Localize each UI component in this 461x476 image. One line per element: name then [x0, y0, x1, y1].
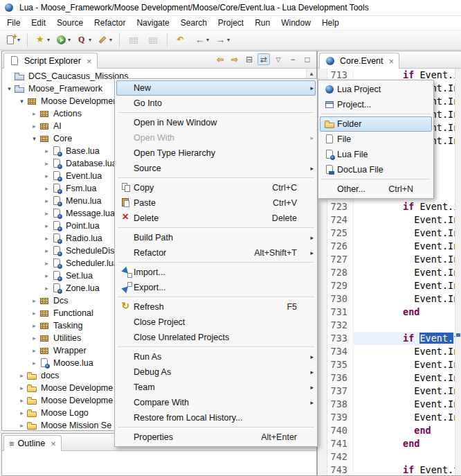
- tab-core-event[interactable]: Core.Event ×: [319, 53, 399, 69]
- menu-item-paste[interactable]: PasteCtrl+V: [116, 195, 316, 211]
- code-line-730[interactable]: 730 Event.IniObjectCategory = Object.Cat…: [327, 292, 455, 306]
- menu-item-project[interactable]: Project...: [320, 97, 432, 112]
- dropdown-caret-icon[interactable]: ▾: [227, 37, 230, 43]
- menu-item-close-unrelated-projects[interactable]: Close Unrelated Projects: [116, 330, 316, 345]
- menu-item-delete[interactable]: DeleteDelete: [116, 211, 316, 226]
- menu-edit[interactable]: Edit: [26, 17, 51, 29]
- back-history-icon[interactable]: ⇦: [214, 53, 226, 65]
- code-line-731[interactable]: 731 end: [327, 306, 455, 319]
- code-line-725[interactable]: 725 Event.IniDCSUnitName = Event.IniDCSU…: [327, 227, 455, 240]
- code-line-736[interactable]: 736 Event.IniUnitName = Event.IniDCSUnit…: [327, 371, 455, 385]
- code-line-741[interactable]: 741 end: [327, 437, 455, 450]
- expand-arrow-icon[interactable]: ▸: [42, 173, 51, 179]
- code-line-727[interactable]: 727 Event.IniUnit = UNIT:FindByName( Eve…: [327, 253, 455, 266]
- view-menu-icon[interactable]: ▽: [272, 53, 284, 65]
- code-line-724[interactable]: 724 Event.IniDCSUnit = Event.initiator: [327, 213, 455, 227]
- code-line-733[interactable]: 733 if Event.target then: [327, 332, 455, 345]
- expand-arrow-icon[interactable]: ▸: [42, 260, 51, 267]
- expand-arrow-icon[interactable]: ▸: [42, 160, 51, 167]
- menu-item-compare-with[interactable]: Compare With▸: [116, 395, 316, 410]
- menu-refactor[interactable]: Refactor: [89, 17, 131, 29]
- code-line-740[interactable]: 740 end: [327, 424, 455, 437]
- dropdown-caret-icon[interactable]: ▾: [206, 37, 209, 43]
- menu-item-file[interactable]: File: [320, 132, 432, 147]
- back-button[interactable]: ▾: [192, 32, 211, 48]
- expand-arrow-icon[interactable]: ▸: [30, 110, 39, 117]
- code-line-743[interactable]: 743 if Event.target then: [327, 464, 455, 475]
- tab-script-explorer[interactable]: Script Explorer ×: [3, 53, 98, 69]
- menu-help[interactable]: Help: [316, 17, 345, 29]
- expand-arrow-icon[interactable]: ▸: [42, 247, 51, 254]
- new-wizard-button[interactable]: ▾: [3, 32, 22, 48]
- menu-item-build-path[interactable]: Build Path▸: [116, 230, 316, 245]
- menu-item-open-type-hierarchy[interactable]: Open Type Hierarchy: [116, 146, 316, 161]
- dropdown-caret-icon[interactable]: ▾: [17, 37, 20, 43]
- collapse-all-icon[interactable]: ⊟: [243, 53, 255, 65]
- menu-item-refactor[interactable]: RefactorAlt+Shift+T▸: [116, 245, 316, 261]
- expand-arrow-icon[interactable]: ▸: [17, 372, 26, 379]
- menu-window[interactable]: Window: [275, 17, 316, 29]
- close-icon[interactable]: ×: [87, 57, 92, 66]
- overview-ruler[interactable]: [455, 69, 461, 475]
- expand-arrow-icon[interactable]: ▸: [17, 385, 26, 391]
- scroll-up-icon[interactable]: ▲: [307, 69, 316, 79]
- code-line-742[interactable]: 742: [327, 450, 455, 464]
- menu-item-lua-file[interactable]: Lua File: [320, 147, 432, 162]
- code-line-737[interactable]: 737 Event.IniUnit = UNIT:FindByName( Eve…: [327, 385, 455, 398]
- code-line-735[interactable]: 735 Event.IniDCSUnitName = Event.IniDCSU…: [327, 358, 455, 371]
- close-icon[interactable]: ×: [51, 439, 56, 448]
- menu-item-folder[interactable]: Folder: [320, 116, 432, 132]
- expand-arrow-icon[interactable]: ▸: [42, 285, 51, 292]
- menu-project[interactable]: Project: [213, 17, 249, 29]
- expand-arrow-icon[interactable]: ▸: [42, 235, 51, 242]
- menu-item-go-into[interactable]: Go Into: [116, 96, 316, 111]
- expand-arrow-icon[interactable]: ▸: [17, 409, 26, 416]
- expand-arrow-icon[interactable]: ▸: [42, 210, 51, 217]
- menu-run[interactable]: Run: [249, 17, 275, 29]
- dropdown-caret-icon[interactable]: ▾: [109, 37, 112, 43]
- code-line-726[interactable]: 726 Event.IniUnitName = Event.IniDCSUnit…: [327, 240, 455, 253]
- dropdown-caret-icon[interactable]: ▾: [47, 37, 50, 43]
- expand-arrow-icon[interactable]: ▸: [42, 185, 51, 192]
- expand-arrow-icon[interactable]: ▸: [42, 222, 51, 229]
- code-line-732[interactable]: 732: [327, 319, 455, 332]
- code-line-738[interactable]: 738 Event.IniDCSGroup = Event.IniDCSUnit…: [327, 398, 455, 411]
- minimize-icon[interactable]: −: [287, 53, 299, 65]
- menu-item-doclua-file[interactable]: DocLua File: [320, 162, 432, 177]
- maximize-icon[interactable]: □: [301, 53, 314, 65]
- menu-item-export[interactable]: Export...: [116, 280, 316, 295]
- menu-item-team[interactable]: Team▸: [116, 380, 316, 395]
- code-line-723[interactable]: 723 if Event.initiator then: [327, 200, 455, 213]
- expand-arrow-icon[interactable]: ▸: [30, 322, 39, 329]
- forward-button[interactable]: ▾: [213, 32, 232, 48]
- expand-arrow-icon[interactable]: ▸: [42, 148, 51, 155]
- link-with-editor-icon[interactable]: ⇄: [257, 53, 270, 65]
- menu-item-lua-project[interactable]: Lua Project: [320, 82, 432, 97]
- expand-arrow-icon[interactable]: ▸: [42, 197, 51, 204]
- profile-button[interactable]: ▾: [74, 32, 93, 48]
- expand-arrow-icon[interactable]: ▸: [30, 347, 39, 354]
- expand-arrow-icon[interactable]: ▾: [30, 135, 39, 142]
- menu-search[interactable]: Search: [175, 17, 213, 29]
- menu-source[interactable]: Source: [51, 17, 89, 29]
- menu-item-import[interactable]: Import...: [116, 265, 316, 280]
- expand-arrow-icon[interactable]: ▾: [17, 98, 26, 105]
- expand-arrow-icon[interactable]: ▾: [5, 85, 14, 92]
- close-icon[interactable]: ×: [389, 57, 395, 66]
- last-edit-location-button[interactable]: [172, 32, 190, 48]
- menu-item-source[interactable]: Source▸: [116, 161, 316, 176]
- run-button[interactable]: ▾: [53, 32, 73, 48]
- menu-item-copy[interactable]: CopyCtrl+C: [116, 180, 316, 195]
- menu-navigate[interactable]: Navigate: [131, 17, 174, 29]
- forward-history-icon[interactable]: ⇨: [228, 53, 241, 65]
- expand-arrow-icon[interactable]: ▸: [30, 310, 39, 317]
- expand-arrow-icon[interactable]: ▸: [17, 397, 26, 404]
- dropdown-caret-icon[interactable]: ▾: [68, 37, 71, 43]
- code-line-729[interactable]: 729 Event.IniDCSGroupName = Event.IniDCS…: [327, 279, 455, 292]
- debug-button[interactable]: ▾: [33, 32, 52, 48]
- tab-outline[interactable]: ≡ Outline ×: [3, 435, 62, 451]
- menu-item-new[interactable]: New▸: [116, 80, 316, 96]
- menu-item-restore-from-local-history[interactable]: Restore from Local History...: [116, 410, 316, 425]
- expand-arrow-icon[interactable]: ▸: [30, 335, 39, 342]
- code-line-739[interactable]: 739 Event.IniObjectCategory = Object.Cat…: [327, 411, 455, 424]
